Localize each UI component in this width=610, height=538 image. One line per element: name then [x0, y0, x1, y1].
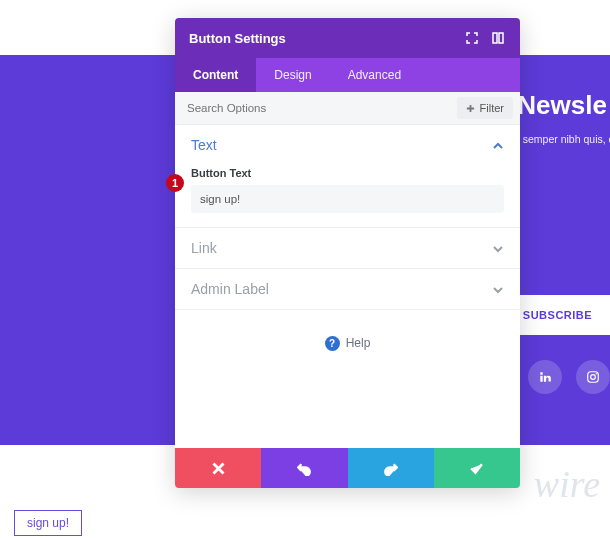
chevron-up-icon — [492, 139, 504, 151]
filter-button[interactable]: Filter — [457, 97, 513, 119]
instagram-icon[interactable] — [576, 360, 610, 394]
panel-body: Text Button Text Link — [175, 125, 520, 448]
panel-footer — [175, 448, 520, 488]
confirm-button[interactable] — [434, 448, 520, 488]
columns-icon[interactable] — [490, 30, 506, 46]
linkedin-icon[interactable] — [528, 360, 562, 394]
chevron-down-icon — [492, 283, 504, 295]
section-link-header[interactable]: Link — [175, 228, 520, 268]
section-admin-header[interactable]: Admin Label — [175, 269, 520, 309]
preview-signup-button[interactable]: sign up! — [14, 510, 82, 536]
svg-point-2 — [596, 373, 597, 374]
filter-label: Filter — [480, 102, 504, 114]
svg-rect-4 — [499, 33, 503, 43]
section-link-title: Link — [191, 240, 217, 256]
undo-button[interactable] — [261, 448, 347, 488]
chevron-down-icon — [492, 242, 504, 254]
tab-design[interactable]: Design — [256, 58, 329, 92]
subscribe-button[interactable]: SUBSCRIBE — [505, 295, 610, 335]
section-admin-label: Admin Label — [175, 269, 520, 310]
cancel-button[interactable] — [175, 448, 261, 488]
search-input[interactable] — [175, 92, 450, 124]
search-row: Filter — [175, 92, 520, 125]
section-text: Text Button Text — [175, 125, 520, 228]
stage: r Newsle pus, semper nibh quis, e SUBSCR… — [0, 0, 610, 538]
tab-content[interactable]: Content — [175, 58, 256, 92]
panel-titlebar: Button Settings — [175, 18, 520, 58]
help-label: Help — [346, 336, 371, 350]
watermark-text: wire — [534, 462, 600, 506]
annotation-badge: 1 — [166, 174, 184, 192]
help-icon: ? — [325, 336, 340, 351]
section-text-title: Text — [191, 137, 217, 153]
section-text-header[interactable]: Text — [175, 125, 520, 165]
settings-panel: Button Settings Content Design Advanced … — [175, 18, 520, 488]
section-link: Link — [175, 228, 520, 269]
svg-point-1 — [591, 375, 596, 380]
help-row[interactable]: ?Help — [175, 310, 520, 377]
section-text-content: Button Text — [175, 165, 520, 227]
panel-tabs: Content Design Advanced — [175, 58, 520, 92]
expand-icon[interactable] — [464, 30, 480, 46]
section-admin-title: Admin Label — [191, 281, 269, 297]
button-text-label: Button Text — [191, 167, 504, 179]
svg-rect-3 — [493, 33, 497, 43]
button-text-input[interactable] — [191, 185, 504, 213]
panel-title: Button Settings — [189, 31, 286, 46]
tab-advanced[interactable]: Advanced — [330, 58, 419, 92]
redo-button[interactable] — [348, 448, 434, 488]
